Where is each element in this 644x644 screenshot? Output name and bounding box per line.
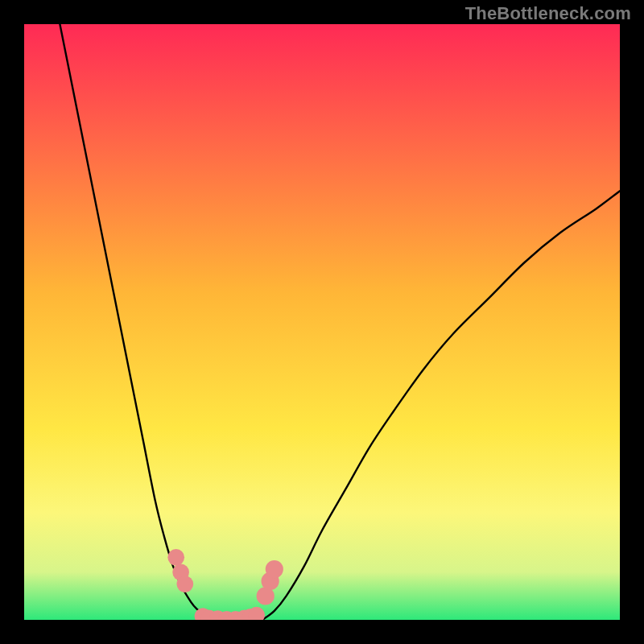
watermark-text: TheBottleneck.com <box>465 3 631 24</box>
chart-canvas <box>24 24 620 620</box>
chart-frame: TheBottleneck.com <box>0 0 644 644</box>
data-marker <box>167 549 184 566</box>
data-marker <box>266 560 283 578</box>
data-marker <box>176 576 193 592</box>
